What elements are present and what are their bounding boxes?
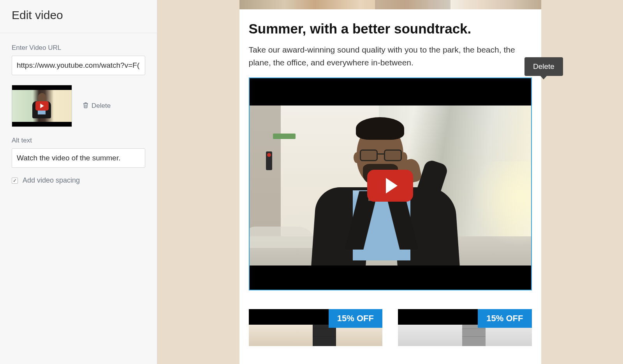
play-icon[interactable] (367, 170, 413, 202)
hero-image-strip (239, 0, 541, 9)
delete-tooltip[interactable]: Delete (524, 57, 563, 76)
delete-link-label: Delete (92, 102, 111, 110)
email-canvas: Summer, with a better soundtrack. Take o… (239, 0, 541, 364)
video-url-input[interactable] (12, 56, 145, 75)
promo-row: 15% OFF 15% OFF (249, 309, 532, 346)
video-spacing-label: Add video spacing (23, 176, 80, 185)
email-body-text: Take our award-winning sound quality wit… (249, 44, 532, 69)
video-thumbnail[interactable] (12, 85, 72, 127)
email-content: Summer, with a better soundtrack. Take o… (239, 9, 541, 354)
delete-video-link[interactable]: Delete (83, 102, 111, 110)
edit-video-panel: Edit video Enter Video URL (0, 0, 157, 364)
video-frame (250, 106, 531, 266)
alt-text-input[interactable] (12, 148, 145, 168)
preview-canvas: Summer, with a better soundtrack. Take o… (157, 0, 623, 364)
promo-card[interactable]: 15% OFF (398, 309, 532, 346)
panel-title: Edit video (12, 9, 145, 22)
promo-badge: 15% OFF (478, 309, 531, 328)
trash-icon (83, 102, 88, 110)
promo-card[interactable]: 15% OFF (249, 309, 383, 346)
video-url-label: Enter Video URL (12, 44, 145, 52)
panel-body: Enter Video URL (0, 33, 157, 195)
play-icon (35, 101, 49, 111)
video-spacing-row[interactable]: ✓ Add video spacing (12, 176, 145, 185)
video-block-selected[interactable] (249, 77, 532, 290)
panel-header: Edit video (0, 0, 157, 33)
video-spacing-checkbox[interactable]: ✓ (12, 178, 18, 184)
thumbnail-row: Delete (12, 85, 145, 127)
promo-badge: 15% OFF (329, 309, 382, 328)
email-headline: Summer, with a better soundtrack. (249, 21, 532, 37)
alt-text-label: Alt text (12, 137, 145, 144)
